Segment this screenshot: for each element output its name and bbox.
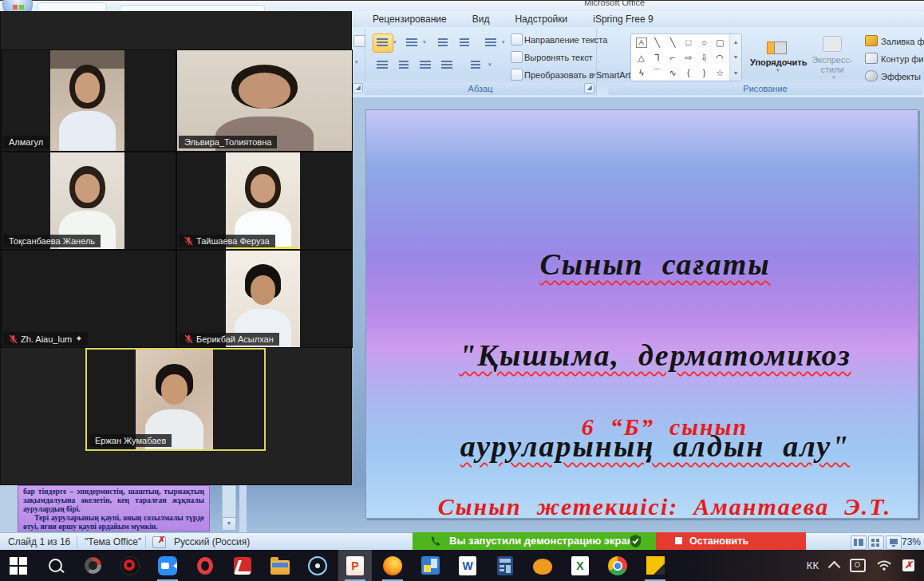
shape-textbox-icon[interactable]: A: [636, 38, 647, 48]
shapes-gallery[interactable]: A ╲ ╲ □ ○ ▢ △ Ꞁ ⌐ ⇨ ⇩ ◠ ϟ ⌒ ∿ { }: [630, 34, 742, 81]
participant-tile[interactable]: Тоқсанбаева Жанель: [2, 152, 176, 249]
zoom-meeting-window[interactable]: Алмагул Эльвира_Толиятовна Тоқсанбаева Ж…: [0, 11, 352, 485]
shield-icon: [630, 535, 642, 547]
participant-tile[interactable]: Тайшаева Феруза: [177, 152, 352, 249]
smartart-icon: [511, 69, 523, 81]
tray-display-icon[interactable]: [850, 559, 866, 572]
participant-name-tag: Тоқсанбаева Жанель: [3, 235, 101, 247]
shape-scribble-icon[interactable]: ϟ: [634, 65, 650, 81]
shape-roundrect-icon[interactable]: ▢: [712, 35, 728, 50]
taskbar-smart-notebook[interactable]: [226, 550, 259, 581]
align-text-icon: [511, 51, 523, 63]
participant-tile[interactable]: Zh. Aiau_lum ✦: [2, 251, 176, 347]
arrange-icon: [750, 35, 803, 55]
columns-button[interactable]: [466, 56, 488, 75]
screenshare-notification: Вы запустили демонстрацию экрана: [413, 532, 656, 550]
shape-brace-left-icon[interactable]: {: [681, 65, 697, 81]
participant-tile[interactable]: Алмагул: [2, 50, 176, 151]
align-left-button[interactable]: [373, 56, 394, 75]
decrease-indent-button[interactable]: [433, 34, 454, 53]
shape-down-arrow-icon[interactable]: ⇩: [697, 50, 713, 65]
shape-arrow-icon[interactable]: ╲: [665, 35, 681, 50]
shape-outline-button[interactable]: Контур фи: [865, 53, 924, 64]
tab-ispring[interactable]: iSpring Free 9: [581, 13, 665, 27]
line-spacing-dropdown[interactable]: ▾: [502, 39, 505, 45]
justify-button[interactable]: [437, 56, 459, 75]
screen-recorder-icon: [85, 557, 101, 574]
dialog-launcher-icon[interactable]: ◢: [353, 83, 363, 93]
taskbar-file-explorer[interactable]: [263, 550, 297, 581]
slide-sorter-button[interactable]: [868, 536, 884, 550]
taskbar-media-app[interactable]: [413, 550, 447, 581]
bullets-dropdown[interactable]: ▾: [393, 39, 397, 45]
taskbar-powerpoint[interactable]: P: [338, 550, 372, 581]
shape-star-icon[interactable]: ☆: [712, 65, 728, 81]
start-button[interactable]: [2, 550, 35, 581]
taskbar-excel[interactable]: X: [563, 550, 597, 581]
tab-addins[interactable]: Надстройки: [503, 13, 579, 27]
shape-triangle-icon[interactable]: △: [634, 50, 650, 65]
shape-arc-icon[interactable]: ◠: [712, 50, 728, 65]
columns-dropdown[interactable]: ▾: [488, 61, 492, 68]
participant-tile-active[interactable]: Ержан Жумабаев: [87, 350, 264, 449]
shape-rect-icon[interactable]: □: [681, 35, 697, 50]
scroll-down-arrow[interactable]: ▼: [222, 517, 236, 531]
tray-chevron-icon[interactable]: [828, 561, 841, 574]
taskbar-firefox[interactable]: [376, 550, 409, 581]
zoom-level[interactable]: 73%: [902, 536, 921, 547]
shape-curve-icon[interactable]: ⌒: [650, 65, 665, 81]
wifi-icon[interactable]: [877, 560, 891, 571]
tab-review[interactable]: Рецензирование: [361, 13, 459, 27]
shape-line-icon[interactable]: ╲: [650, 35, 665, 50]
taskbar-word[interactable]: W: [451, 550, 484, 581]
notification-text: Вы запустили демонстрацию экрана: [449, 535, 639, 547]
taskbar-calculator[interactable]: [488, 550, 522, 581]
clipped-button[interactable]: [353, 35, 365, 47]
taskbar-chrome[interactable]: [601, 550, 634, 581]
paragraph-group-label: Абзац: [365, 83, 596, 95]
shape-elbow-icon[interactable]: Ꞁ: [650, 50, 665, 65]
taskbar-zoom[interactable]: [151, 550, 184, 581]
muted-mic-icon: [9, 334, 18, 344]
firefox-icon: [383, 556, 402, 575]
theme-name[interactable]: "Тема Office": [85, 536, 141, 547]
slideshow-view-button[interactable]: [886, 536, 902, 550]
muted-mic-icon: [184, 236, 193, 246]
participant-tile[interactable]: Берикбай Асылхан: [177, 251, 352, 347]
pane-scrollbar[interactable]: [222, 485, 236, 519]
shape-fill-button[interactable]: Заливка ф: [865, 35, 924, 46]
tray-language[interactable]: КК: [807, 559, 819, 571]
taskbar-opera[interactable]: [188, 550, 222, 581]
numbering-button[interactable]: [402, 34, 423, 53]
align-center-button[interactable]: [394, 56, 416, 75]
taskbar-recorder-dot[interactable]: [301, 550, 334, 581]
language-indicator[interactable]: Русский (Россия): [174, 536, 250, 547]
align-right-button[interactable]: [416, 56, 437, 75]
participant-name-tag: Эльвира_Толиятовна: [179, 136, 277, 148]
numbering-dropdown[interactable]: ▾: [423, 39, 426, 45]
shape-oval-icon[interactable]: ○: [697, 35, 713, 50]
slide[interactable]: Сынып сағаты "Қышыма, дерматомикоз аурул…: [365, 109, 918, 519]
paragraph-dialog-launcher[interactable]: ◢: [584, 83, 594, 93]
align-text-button[interactable]: Выровнять текст: [524, 53, 593, 62]
shape-elbow-arrow-icon[interactable]: ⌐: [665, 50, 681, 65]
bullets-button[interactable]: [373, 34, 393, 53]
participant-tile[interactable]: Эльвира_Толиятовна: [177, 50, 352, 151]
stop-share-button[interactable]: Остановить демонстрацию: [656, 532, 806, 550]
outline-icon: [865, 53, 878, 64]
taskbar-search[interactable]: [38, 550, 72, 581]
shapes-scrollbar[interactable]: ▲▼▼: [729, 34, 741, 81]
taskbar-record-app[interactable]: [113, 550, 147, 581]
taskbar-sticky-notes[interactable]: [638, 550, 672, 581]
shape-effects-button[interactable]: Эффекты: [865, 70, 921, 81]
tab-view[interactable]: Вид: [460, 13, 502, 27]
normal-view-button[interactable]: [851, 536, 867, 550]
shape-brace-right-icon[interactable]: }: [697, 65, 713, 81]
taskbar-screen-recorder[interactable]: [76, 550, 109, 581]
line-spacing-button[interactable]: [481, 34, 502, 53]
shape-wave-icon[interactable]: ∿: [665, 65, 681, 81]
increase-indent-button[interactable]: [455, 34, 476, 53]
taskbar-scratch[interactable]: [526, 550, 559, 581]
shape-right-arrow-icon[interactable]: ⇨: [681, 50, 697, 65]
tray-alert-icon[interactable]: ✗: [902, 559, 914, 571]
